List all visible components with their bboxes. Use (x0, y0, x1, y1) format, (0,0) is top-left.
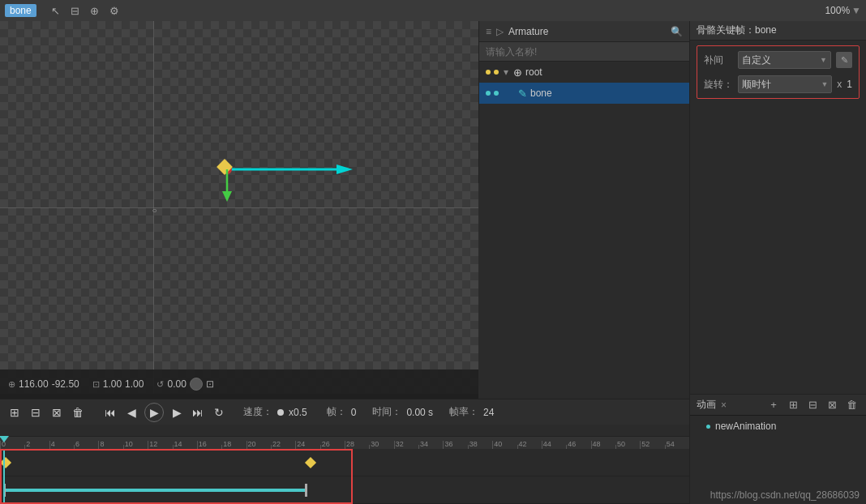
delete-btn[interactable]: 🗑 (70, 404, 86, 421)
anim-item-dot (706, 425, 710, 429)
interp-dropdown[interactable]: 自定义 ▼ (738, 51, 831, 69)
playhead-head (0, 436, 9, 442)
snap-icon[interactable]: ⊟ (67, 2, 84, 19)
tree-item-root[interactable]: ▾ ⊕ root (479, 62, 689, 83)
render-dot (494, 70, 499, 75)
watermark: https://blog.csdn.net/qq_28686039 (710, 489, 860, 501)
ruler-num-30: 30 (371, 440, 379, 448)
ruler-num-42: 42 (519, 440, 527, 448)
x-value: 116.00 (19, 378, 49, 390)
position-info: ⊕ 116.00 -92.50 (8, 378, 79, 390)
anim-delete-btn[interactable]: 🗑 (843, 397, 860, 413)
search-icon[interactable]: 🔍 (671, 26, 683, 37)
paste-btn[interactable]: ⊠ (49, 404, 65, 421)
step-fwd-btn[interactable]: ▶ (169, 404, 185, 421)
props-header: 骨骼关键帧：bone (690, 21, 866, 41)
ruler-num-2: 2 (26, 440, 30, 448)
frame-value: 0 (351, 407, 357, 418)
center-dot: ○ (152, 206, 159, 212)
ruler-num-40: 40 (494, 440, 502, 448)
fps-value: 24 (483, 407, 494, 418)
anim-copy-btn[interactable]: ⊞ (785, 397, 801, 413)
ruler-num-20: 20 (248, 440, 256, 448)
timeline-tracks[interactable] (0, 449, 689, 504)
time-label: 时间： (372, 405, 401, 419)
keyframe-0[interactable] (0, 457, 11, 468)
x-value: 1 (847, 79, 852, 90)
ruler-num-16: 16 (199, 440, 207, 448)
timeline-ruler: 0246810121416182022242628303234363840424… (0, 436, 689, 449)
frame-label: 帧： (327, 405, 346, 419)
y-value: -92.50 (52, 378, 79, 390)
rotate-info: ↺ 0.00 ⊡ (156, 378, 213, 391)
anim-unlink-btn[interactable]: ⊟ (804, 397, 821, 413)
bone-visual (211, 147, 357, 230)
speed-label: 速度： (243, 405, 272, 419)
scale-icon: ⊡ (92, 379, 100, 390)
anim-item-newAnimation[interactable]: newAnimation (690, 416, 866, 437)
copy-btn[interactable]: ⊟ (28, 404, 44, 421)
tree-item-bone[interactable]: ✎ bone (479, 83, 689, 104)
ruler-num-6: 6 (75, 440, 79, 448)
capture-btn[interactable]: ⊞ (6, 404, 23, 421)
interp-value: 自定义 (742, 53, 771, 67)
speed-value: x0.5 (289, 407, 307, 418)
ruler-num-32: 32 (396, 440, 404, 448)
dropdown-arrow: ▼ (820, 56, 827, 64)
anim-fake-btn[interactable]: ⊠ (824, 397, 840, 413)
x-label: x (837, 79, 842, 90)
ruler-num-44: 44 (543, 440, 551, 448)
vis-dot (486, 70, 491, 75)
ruler-num-12: 12 (149, 440, 157, 448)
armature-header: ≡ ▷ Armature 🔍 (479, 21, 689, 42)
position-icon: ⊕ (8, 379, 15, 390)
anim-add-btn[interactable]: + (765, 397, 782, 413)
pencil-btn[interactable]: ✎ (836, 52, 852, 68)
expand-arrow[interactable]: ▾ (504, 66, 508, 78)
pencil-icon: ✎ (841, 55, 848, 66)
top-bar-tools: ↖ ⊟ ⊕ ⚙ (48, 2, 122, 19)
speed-knob[interactable] (277, 409, 284, 416)
filter-icon: ≡ (486, 26, 491, 37)
keyframe-24[interactable] (305, 457, 316, 468)
svg-marker-1 (337, 164, 353, 174)
render-dot-bone (494, 91, 499, 96)
interp-label: 补间 (704, 53, 733, 67)
ruler-num-54: 54 (667, 440, 675, 448)
bone-label: bone (5, 4, 36, 17)
skip-start-btn[interactable]: ⏮ (102, 404, 118, 421)
vis-dot-bone (486, 91, 491, 96)
ruler-num-26: 26 (322, 440, 330, 448)
settings-icon[interactable]: ⚙ (106, 2, 122, 19)
animation-bar[interactable] (5, 489, 305, 492)
scale-y: 1.00 (125, 378, 144, 390)
playhead[interactable] (3, 449, 5, 504)
anim-header: 动画 × + ⊞ ⊟ ⊠ 🗑 (690, 395, 866, 416)
cursor-icon[interactable]: ↖ (48, 2, 64, 19)
step-back-btn[interactable]: ◀ (123, 404, 139, 421)
play-btn[interactable]: ▶ (144, 403, 164, 422)
bar-right-handle[interactable] (305, 484, 307, 497)
fps-label: 帧率： (449, 405, 478, 419)
scale-info: ⊡ 1.00 1.00 (92, 378, 144, 390)
rotate-dropdown[interactable]: 顺时针 ▼ (738, 75, 832, 93)
ruler-num-52: 52 (641, 440, 650, 448)
ruler-num-50: 50 (617, 440, 625, 448)
armature-search-input[interactable] (479, 42, 689, 62)
anim-close-btn[interactable]: × (721, 399, 727, 411)
loop-btn[interactable]: ↻ (211, 404, 227, 421)
zoom-chevron[interactable]: ▼ (851, 5, 861, 16)
svg-marker-5 (222, 191, 232, 202)
skip-end-btn[interactable]: ⏭ (190, 404, 206, 421)
magnet-icon[interactable]: ⊕ (87, 2, 103, 19)
rotate-circle (190, 378, 203, 391)
armature-search-row (479, 42, 689, 62)
bone-label-tree: bone (530, 88, 552, 99)
bone-svg (211, 147, 357, 228)
keyframe-title: 骨骼关键帧：bone (697, 23, 777, 37)
armature-title: Armature (508, 26, 548, 37)
anim-item-label: newAnimation (715, 421, 776, 432)
scale-x: 1.00 (103, 378, 122, 390)
props-section-interp: 补间 自定义 ▼ ✎ 旋转： 顺时针 ▼ x 1 (697, 45, 860, 99)
ruler-num-24: 24 (297, 440, 305, 448)
